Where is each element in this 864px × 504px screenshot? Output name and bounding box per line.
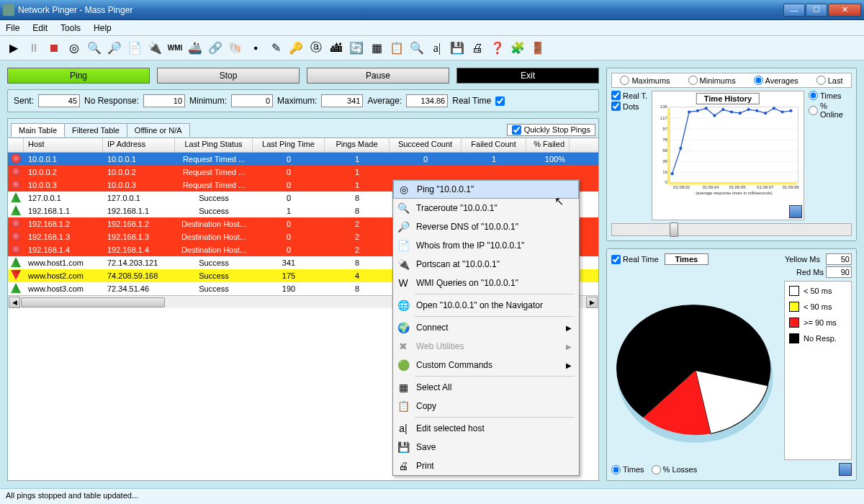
wmi-icon[interactable]: WMI (166, 39, 184, 58)
target-icon[interactable]: ◎ (65, 39, 84, 58)
ctx-item[interactable]: 📄Whois from the IP "10.0.0.1" (393, 236, 579, 255)
red-input[interactable] (826, 266, 852, 278)
key-icon[interactable]: 🔑 (287, 39, 305, 58)
pie-rt-check[interactable]: Real Time (611, 255, 659, 264)
col-succeed[interactable]: Succeed Count (390, 138, 462, 152)
tab-filtered[interactable]: Filtered Table (64, 123, 127, 137)
min-field[interactable] (231, 94, 273, 107)
copy-icon[interactable]: 📋 (387, 39, 406, 58)
close-button[interactable]: ✕ (828, 4, 861, 17)
radio-min[interactable]: Minimums (688, 76, 736, 85)
chart-save-icon[interactable] (789, 205, 802, 218)
ctx-icon: ✖ (396, 339, 410, 354)
portscan-icon[interactable]: 🔌 (145, 39, 164, 58)
menu-file[interactable]: File (6, 23, 19, 33)
svg-marker-1 (667, 107, 670, 185)
ctx-item[interactable]: ◎Ping "10.0.0.1" (393, 180, 579, 199)
menu-edit[interactable]: Edit (32, 23, 48, 33)
scroll-thumb[interactable] (21, 297, 165, 307)
radio-max[interactable]: Maximums (620, 76, 670, 85)
col-ip[interactable]: IP Address (103, 138, 175, 152)
edit-icon[interactable]: a| (428, 39, 446, 58)
whois-icon[interactable]: 📄 (125, 39, 144, 58)
scroll-right-icon[interactable]: ▶ (586, 297, 598, 308)
exit-icon[interactable]: 🚪 (528, 39, 547, 58)
realtime-checkbox[interactable] (495, 96, 505, 106)
ctx-item[interactable]: a|Edit selected host (393, 419, 579, 438)
ctx-item[interactable]: ▦Select All (393, 378, 579, 397)
minimize-button[interactable]: — (783, 4, 805, 17)
col-pctfailed[interactable]: % Failed (526, 138, 570, 152)
ship-icon[interactable]: 🚢 (186, 39, 204, 58)
menu-help[interactable]: Help (94, 23, 112, 33)
col-pings[interactable]: Pings Made (325, 138, 390, 152)
save-icon[interactable]: 💾 (448, 39, 467, 58)
ctx-item[interactable]: 📋Copy (393, 397, 579, 415)
cell-status: Destination Host... (175, 244, 253, 256)
grid-icon[interactable]: 🧩 (508, 39, 527, 58)
quick-stop-checkbox[interactable] (512, 125, 521, 135)
max-field[interactable] (321, 94, 363, 107)
pause-button[interactable]: Pause (307, 68, 449, 84)
ctx-item[interactable]: 💾Save (393, 438, 579, 456)
tab-main[interactable]: Main Table (11, 123, 65, 137)
status-icon (11, 179, 21, 189)
ctx-item[interactable]: 🌐Open "10.0.0.1" on the Navigator (393, 296, 579, 315)
play-icon[interactable]: ▶ (4, 39, 23, 58)
search-icon[interactable]: 🔍 (85, 39, 104, 58)
pie-radio-losses[interactable]: % Losses (652, 465, 698, 474)
globe-search-icon[interactable]: 🔎 (105, 39, 124, 58)
ctx-item[interactable]: 🖨Print (393, 456, 579, 475)
terminal-icon[interactable]: ▪ (246, 39, 265, 58)
realt-check[interactable]: Real T. (611, 91, 647, 100)
ctx-item[interactable]: 🔎Reverse DNS of "10.0.0.1" (393, 217, 579, 236)
ctx-item[interactable]: 🟢Custom Commands▶ (393, 356, 579, 374)
exit-button[interactable]: Exit (456, 68, 599, 84)
connect-icon[interactable]: 🔗 (206, 39, 225, 58)
col-failed[interactable]: Failed Count (462, 138, 526, 152)
avg-field[interactable] (406, 94, 448, 107)
col-lasttime[interactable]: Last Ping Time (253, 138, 325, 152)
col-host[interactable]: Host (24, 138, 103, 152)
pause-icon[interactable]: ⏸ (24, 39, 43, 58)
city-icon[interactable]: 🏙 (327, 39, 346, 58)
svg-text:117: 117 (660, 116, 667, 120)
dots-check[interactable]: Dots (611, 102, 647, 111)
help-icon[interactable]: ❓ (488, 39, 507, 58)
slider-handle[interactable] (670, 222, 678, 237)
ping-button[interactable]: Ping (7, 68, 150, 84)
radio-pct[interactable]: % Online (809, 102, 852, 119)
selectall-icon[interactable]: ▦ (367, 39, 386, 58)
alert-icon[interactable]: ⓐ (307, 39, 325, 58)
scroll-left-icon[interactable]: ◀ (9, 297, 20, 308)
table-row[interactable]: 10.0.0.1 10.0.0.1 Request Timed ... 0 1 … (8, 153, 598, 166)
svg-point-33 (755, 109, 758, 112)
yellow-input[interactable] (826, 253, 852, 265)
stop-button[interactable]: Stop (157, 68, 300, 84)
pie-save-icon[interactable] (839, 463, 852, 476)
tab-offline[interactable]: Offline or N/A (127, 123, 190, 137)
stop-icon[interactable]: ⏹ (45, 39, 63, 58)
quick-stop-box[interactable]: Quickly Stop Pings (507, 124, 595, 136)
print-icon[interactable]: 🖨 (468, 39, 487, 58)
ctx-icon: 🔎 (396, 220, 410, 234)
refresh-icon[interactable]: 🔄 (347, 39, 366, 58)
col-status[interactable]: Last Ping Status (175, 138, 253, 152)
table-row[interactable]: 10.0.0.2 10.0.0.2 Request Timed ... 0 1 (8, 166, 598, 179)
ctx-item[interactable]: 🔍Traceroute "10.0.0.1" (393, 199, 579, 217)
wand-icon[interactable]: ✎ (266, 39, 285, 58)
pie-radio-times[interactable]: Times (611, 465, 644, 474)
maximize-button[interactable]: ☐ (806, 4, 827, 17)
menu-tools[interactable]: Tools (60, 23, 81, 33)
radio-last[interactable]: Last (816, 76, 843, 85)
sent-field[interactable] (38, 94, 80, 107)
radio-avg[interactable]: Averages (754, 76, 798, 85)
nores-field[interactable] (143, 94, 185, 107)
shell-icon[interactable]: 🐚 (226, 39, 245, 58)
radio-times[interactable]: Times (809, 91, 852, 100)
ctx-item[interactable]: 🌍Connect▶ (393, 318, 579, 337)
ctx-item[interactable]: 🔌Portscan at "10.0.0.1" (393, 255, 579, 274)
find-icon[interactable]: 🔍 (408, 39, 426, 58)
ctx-item[interactable]: WWMI Queries on "10.0.0.1" (393, 274, 579, 292)
time-slider[interactable] (611, 223, 852, 236)
